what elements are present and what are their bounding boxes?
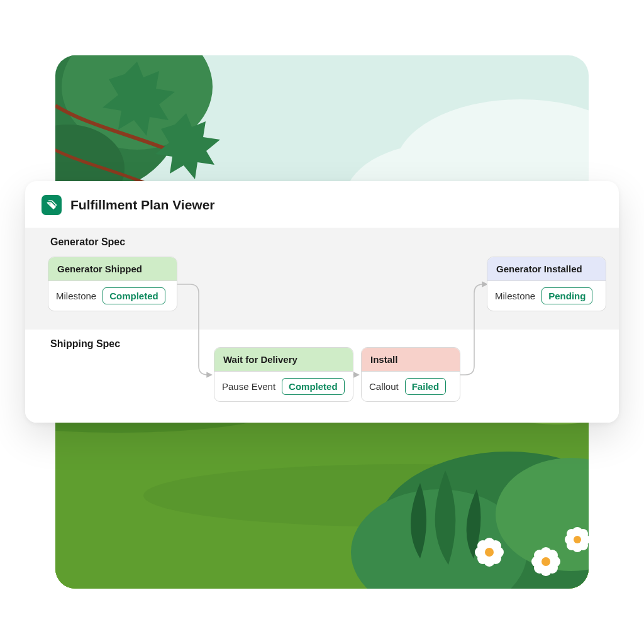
node-title: Install: [362, 348, 460, 372]
status-badge: Failed: [405, 378, 446, 395]
panel-header: Fulfillment Plan Viewer: [25, 181, 619, 228]
node-title: Wait for Delivery: [214, 348, 353, 372]
node-wait-for-delivery[interactable]: Wait for Delivery Pause Event Completed: [214, 347, 353, 402]
node-install[interactable]: Install Callout Failed: [361, 347, 460, 402]
section-label-generator-spec: Generator Spec: [50, 236, 125, 248]
node-generator-shipped[interactable]: Generator Shipped Milestone Completed: [48, 257, 177, 311]
node-type-label: Callout: [369, 381, 399, 392]
node-type-label: Milestone: [495, 291, 535, 301]
node-title: Generator Shipped: [48, 257, 177, 281]
node-type-label: Milestone: [56, 291, 96, 301]
status-badge: Pending: [541, 287, 592, 304]
panel-title: Fulfillment Plan Viewer: [70, 197, 215, 213]
node-title: Generator Installed: [487, 257, 606, 281]
tags-icon: [42, 195, 62, 215]
svg-point-20: [485, 548, 494, 557]
svg-point-39: [49, 203, 50, 204]
svg-point-29: [541, 557, 550, 566]
fulfillment-plan-viewer-panel: Fulfillment Plan Viewer Generator Spec S…: [25, 181, 619, 423]
status-badge: Completed: [282, 378, 345, 395]
svg-point-38: [574, 536, 581, 543]
panel-body: Generator Spec Shipping Spec Generator S…: [25, 228, 619, 423]
status-badge: Completed: [103, 287, 165, 304]
node-generator-installed[interactable]: Generator Installed Milestone Pending: [487, 257, 606, 311]
section-label-shipping-spec: Shipping Spec: [50, 338, 120, 350]
node-type-label: Pause Event: [222, 381, 275, 392]
